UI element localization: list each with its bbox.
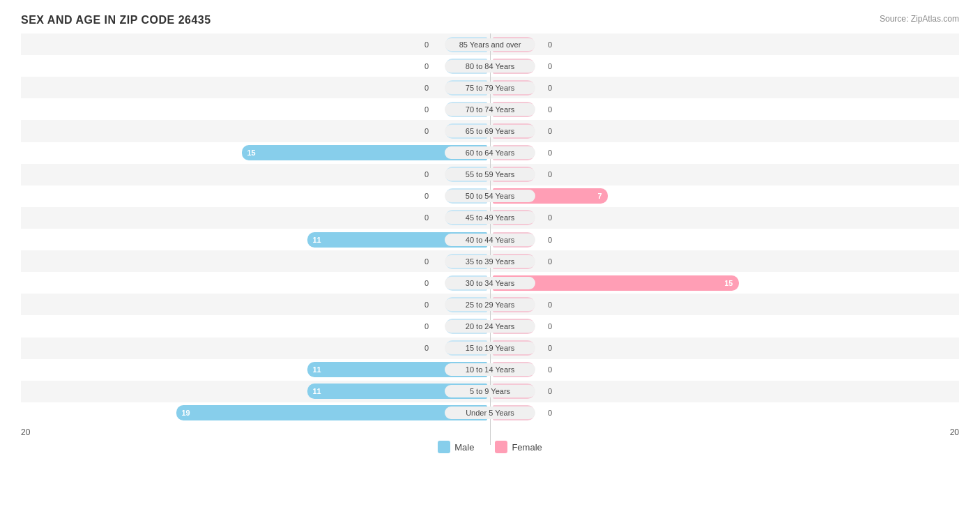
right-side: 0: [490, 167, 959, 182]
right-side: 0: [490, 123, 959, 139]
left-side: 0: [21, 275, 490, 291]
male-value-outside: 0: [424, 213, 429, 222]
age-label: 35 to 39 Years: [445, 255, 535, 268]
age-label: 25 to 29 Years: [445, 298, 535, 311]
right-side: 0: [490, 362, 959, 377]
chart-area: 0 85 Years and over 0 0 80 to 84 Years 0: [21, 33, 959, 445]
female-value-outside: 0: [548, 365, 552, 374]
right-side: 0: [490, 80, 959, 96]
right-side: 0: [490, 210, 959, 225]
male-value-outside: 0: [424, 127, 429, 135]
age-label: Under 5 Years: [445, 407, 535, 419]
age-label: 70 to 74 Years: [445, 103, 535, 116]
male-value-inside: 11: [313, 387, 321, 395]
right-side: 0: [490, 59, 959, 74]
male-value-outside: 0: [424, 84, 429, 92]
age-label: 55 to 59 Years: [445, 168, 535, 181]
right-side: 7: [490, 188, 959, 204]
age-label: 15 to 19 Years: [445, 342, 535, 354]
age-label: 10 to 14 Years: [445, 363, 535, 376]
age-label: 45 to 49 Years: [445, 211, 535, 224]
left-side: 0: [21, 188, 490, 204]
age-label: 85 Years and over: [445, 38, 535, 51]
left-side: 0: [21, 102, 490, 117]
age-label: 80 to 84 Years: [445, 60, 535, 73]
male-value-outside: 0: [424, 279, 429, 287]
legend-female: Female: [495, 441, 542, 453]
chart-title: SEX AND AGE IN ZIP CODE 26435: [21, 14, 959, 26]
female-value-outside: 0: [548, 84, 552, 92]
age-label: 50 to 54 Years: [445, 190, 535, 202]
left-side: 11: [21, 362, 490, 377]
right-side: 0: [490, 340, 959, 356]
female-value-outside: 0: [548, 149, 552, 157]
female-value-outside: 0: [548, 236, 552, 244]
legend-male-color: [438, 441, 450, 453]
female-value-outside: 0: [548, 387, 552, 395]
age-label: 40 to 44 Years: [445, 234, 535, 246]
axis-left: 20: [21, 427, 30, 437]
left-side: 0: [21, 59, 490, 74]
right-side: 0: [490, 145, 959, 160]
female-value-outside: 0: [548, 409, 552, 417]
chart-container: SEX AND AGE IN ZIP CODE 26435 Source: Zi…: [0, 0, 980, 516]
legend-female-color: [495, 441, 507, 453]
female-value-outside: 0: [548, 170, 552, 179]
male-value-outside: 0: [424, 344, 429, 352]
male-value-inside: 15: [247, 149, 256, 157]
left-side: 11: [21, 232, 490, 248]
left-side: 0: [21, 319, 490, 334]
right-side: 0: [490, 405, 959, 420]
left-side: 0: [21, 123, 490, 139]
left-side: 0: [21, 167, 490, 182]
female-value-inside: 7: [597, 192, 602, 200]
left-side: 0: [21, 254, 490, 269]
left-side: 0: [21, 37, 490, 52]
legend-female-label: Female: [512, 442, 542, 453]
female-value-outside: 0: [548, 105, 552, 114]
female-value-outside: 0: [548, 344, 552, 352]
male-value-outside: 0: [424, 170, 429, 179]
right-side: 0: [490, 232, 959, 248]
age-label: 65 to 69 Years: [445, 125, 535, 137]
female-value-outside: 0: [548, 322, 552, 331]
left-side: 0: [21, 210, 490, 225]
axis-right: 20: [950, 427, 959, 437]
age-label: 20 to 24 Years: [445, 320, 535, 333]
left-side: 0: [21, 80, 490, 96]
legend-male: Male: [438, 441, 474, 453]
female-value-outside: 0: [548, 301, 552, 309]
left-side: 15: [21, 145, 490, 160]
male-value-outside: 0: [424, 62, 429, 70]
male-value-outside: 0: [424, 192, 429, 200]
male-value-inside: 11: [313, 365, 321, 374]
male-value-inside: 19: [182, 409, 190, 417]
right-side: 15: [490, 275, 959, 291]
female-value-inside: 15: [724, 279, 733, 287]
male-value-outside: 0: [424, 301, 429, 309]
right-side: 0: [490, 297, 959, 312]
right-side: 0: [490, 254, 959, 269]
source-label: Source: ZipAtlas.com: [880, 14, 959, 24]
right-side: 0: [490, 319, 959, 334]
male-value-outside: 0: [424, 322, 429, 331]
bar-male: 19: [176, 405, 488, 420]
left-side: 0: [21, 340, 490, 356]
left-side: 19: [21, 405, 490, 420]
right-side: 0: [490, 102, 959, 117]
age-label: 75 to 79 Years: [445, 82, 535, 94]
male-value-inside: 11: [313, 236, 321, 244]
male-value-outside: 0: [424, 40, 429, 49]
female-value-outside: 0: [548, 40, 552, 49]
left-side: 11: [21, 384, 490, 399]
right-side: 0: [490, 384, 959, 399]
legend-male-label: Male: [454, 442, 474, 453]
left-side: 0: [21, 297, 490, 312]
female-value-outside: 0: [548, 257, 552, 266]
female-value-outside: 0: [548, 62, 552, 70]
age-label: 5 to 9 Years: [445, 385, 535, 397]
age-label: 60 to 64 Years: [445, 146, 535, 159]
age-label: 30 to 34 Years: [445, 277, 535, 289]
female-value-outside: 0: [548, 127, 552, 135]
male-value-outside: 0: [424, 257, 429, 266]
